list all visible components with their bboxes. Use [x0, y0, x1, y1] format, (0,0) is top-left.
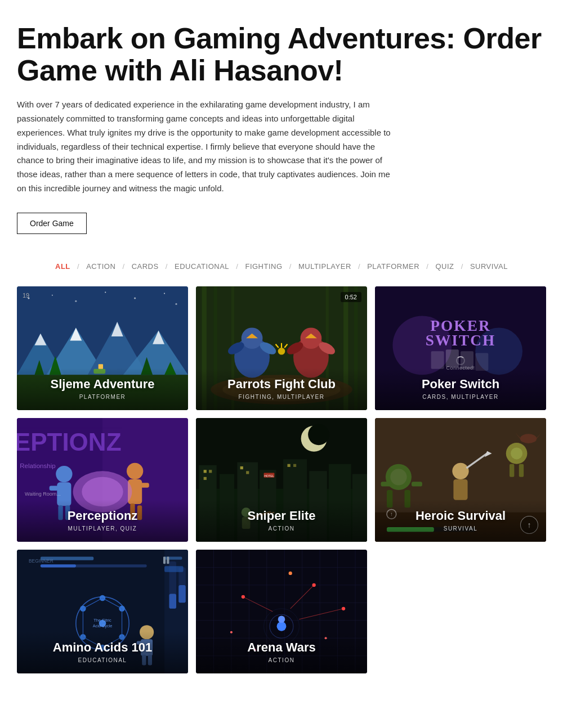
- game-card-sljeme[interactable]: 19 Sljeme Adventure PLATFORMER: [17, 286, 188, 410]
- game-genre-sniper: ACTION: [203, 525, 360, 532]
- filter-multiplayer[interactable]: MULTIPLAYER: [298, 262, 351, 271]
- svg-rect-51: [431, 351, 444, 369]
- svg-rect-88: [240, 466, 243, 469]
- game-title-sljeme: Sljeme Adventure: [24, 377, 181, 392]
- game-title-poker: Poker Switch: [382, 377, 539, 392]
- game-title-sniper: Sniper Elite: [203, 509, 360, 523]
- svg-rect-122: [169, 594, 176, 608]
- hero-title: Embark on Gaming Adventures: Order Game …: [17, 23, 546, 87]
- svg-point-6: [164, 293, 165, 294]
- svg-text:Relationship: Relationship: [20, 462, 55, 469]
- svg-rect-112: [510, 464, 514, 477]
- game-title-perceptionz: Perceptionz: [24, 509, 181, 523]
- game-card-perceptionz[interactable]: EPTIONZ Relationship: [17, 418, 188, 542]
- overlay-heroic: Heroic Survival SURVIVAL: [375, 500, 546, 542]
- overlay-perceptionz: Perceptionz MULTIPLAYER, QUIZ: [17, 500, 188, 542]
- game-genre-perceptionz: MULTIPLAYER, QUIZ: [24, 525, 181, 532]
- svg-rect-107: [453, 479, 467, 500]
- svg-point-64: [127, 462, 143, 479]
- svg-text:SWITCH: SWITCH: [426, 331, 496, 348]
- svg-point-114: [520, 434, 537, 443]
- svg-text:The Citric: The Citric: [93, 618, 111, 623]
- overlay-sljeme: Sljeme Adventure PLATFORMER: [17, 368, 188, 410]
- game-card-parrots[interactable]: 0:52 Parrots Fight Club FIGHTING, MULTIP…: [196, 286, 367, 410]
- filter-cards[interactable]: CARDS: [132, 262, 159, 271]
- svg-point-101: [390, 469, 406, 485]
- svg-point-106: [452, 462, 468, 479]
- game-card-amino[interactable]: The Citric Acid Cycle BEGINNER Amino Aci…: [17, 550, 188, 673]
- game-genre-parrots: FIGHTING, MULTIPLAYER: [203, 394, 360, 400]
- game-genre-sljeme: PLATFORMER: [24, 394, 181, 400]
- hero-description: With over 7 years of dedicated experienc…: [17, 98, 400, 195]
- svg-rect-127: [163, 556, 166, 564]
- order-game-button[interactable]: Order Game: [17, 213, 87, 234]
- svg-point-73: [308, 424, 329, 445]
- overlay-sniper: Sniper Elite ACTION: [196, 500, 367, 542]
- svg-point-42: [278, 348, 285, 355]
- filter-educational[interactable]: EDUCATIONAL: [175, 262, 229, 271]
- svg-text:Acid Cycle: Acid Cycle: [93, 623, 113, 628]
- svg-point-111: [511, 447, 522, 459]
- filter-survival[interactable]: SURVIVAL: [470, 262, 508, 271]
- game-genre-amino: EDUCATIONAL: [24, 657, 181, 663]
- game-card-arena[interactable]: Arena Wars ACTION: [196, 550, 367, 673]
- svg-rect-91: [293, 464, 296, 467]
- svg-text:HOTEL: HOTEL: [264, 474, 274, 478]
- svg-rect-66: [141, 483, 149, 487]
- filter-action[interactable]: ACTION: [86, 262, 115, 271]
- svg-rect-87: [204, 477, 207, 480]
- svg-rect-113: [519, 464, 524, 477]
- svg-rect-86: [209, 470, 212, 473]
- svg-point-176: [289, 572, 292, 575]
- svg-rect-124: [178, 585, 186, 603]
- svg-rect-85: [204, 470, 207, 473]
- filter-quiz[interactable]: QUIZ: [435, 262, 454, 271]
- svg-text:EPTIONZ: EPTIONZ: [17, 428, 122, 455]
- svg-rect-105: [412, 482, 422, 486]
- game-genre-arena: ACTION: [203, 657, 360, 663]
- svg-rect-90: [287, 464, 290, 467]
- svg-point-3: [75, 300, 77, 302]
- svg-point-5: [134, 297, 136, 299]
- game-title-amino: Amino Acids 101: [24, 640, 181, 655]
- game-genre-heroic: SURVIVAL: [382, 525, 539, 532]
- filter-bar: ALL / ACTION / CARDS / EDUCATIONAL / FIG…: [17, 262, 546, 271]
- games-grid: 19 Sljeme Adventure PLATFORMER: [17, 286, 546, 673]
- filter-fighting[interactable]: FIGHTING: [245, 262, 282, 271]
- timer-badge-parrots: 0:52: [341, 292, 361, 302]
- overlay-amino: Amino Acids 101 EDUCATIONAL: [17, 631, 188, 673]
- svg-rect-128: [167, 556, 169, 564]
- game-card-sniper[interactable]: HOTEL Sniper El: [196, 418, 367, 542]
- game-card-heroic[interactable]: ↑ ↑ Heroic Survival SURVIVAL: [375, 418, 546, 542]
- overlay-arena: Arena Wars ACTION: [196, 631, 367, 673]
- overlay-parrots: Parrots Fight Club FIGHTING, MULTIPLAYER: [196, 368, 367, 410]
- svg-rect-61: [50, 486, 59, 490]
- game-card-poker[interactable]: POKER SWITCH Connected! Poker Switch CAR…: [375, 286, 546, 410]
- num-badge-sljeme: 19: [23, 292, 29, 299]
- svg-rect-129: [164, 566, 184, 572]
- svg-rect-104: [381, 482, 391, 486]
- svg-rect-153: [41, 564, 76, 567]
- svg-point-4: [105, 291, 106, 293]
- game-title-parrots: Parrots Fight Club: [203, 377, 360, 392]
- overlay-poker: Poker Switch CARDS, MULTIPLAYER: [375, 368, 546, 410]
- spinner-poker: [456, 356, 465, 365]
- filter-all[interactable]: ALL: [55, 262, 70, 271]
- svg-point-7: [175, 303, 177, 304]
- hero-section: Embark on Gaming Adventures: Order Game …: [17, 23, 546, 262]
- svg-rect-89: [246, 471, 249, 474]
- svg-text:BEGINNER: BEGINNER: [29, 558, 53, 564]
- svg-point-171: [278, 615, 285, 623]
- game-title-heroic: Heroic Survival: [382, 509, 539, 523]
- svg-point-59: [56, 466, 72, 482]
- waiting-text-perceptionz: Waiting Room...: [25, 491, 61, 497]
- game-genre-poker: CARDS, MULTIPLAYER: [382, 394, 539, 400]
- filter-platformer[interactable]: PLATFORMER: [367, 262, 419, 271]
- svg-point-170: [277, 622, 287, 631]
- svg-point-2: [52, 294, 53, 295]
- game-title-arena: Arena Wars: [203, 640, 360, 655]
